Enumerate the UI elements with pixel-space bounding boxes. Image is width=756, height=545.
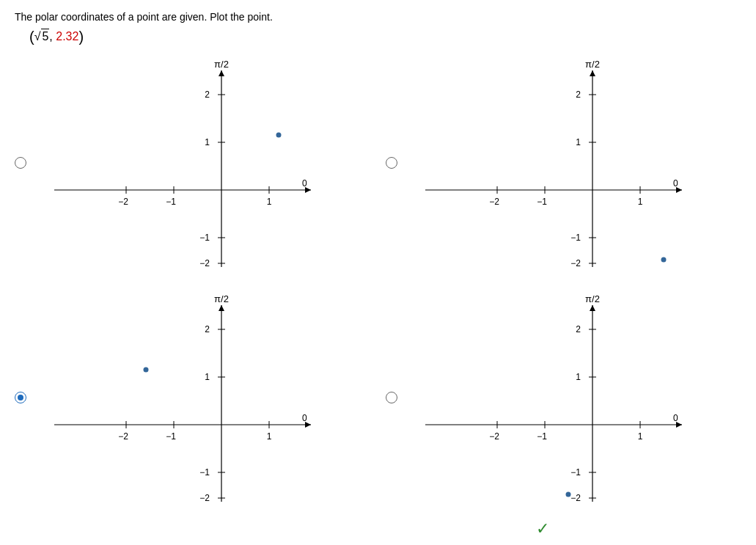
svg-marker-45 xyxy=(219,305,224,311)
graph-option-c: π/2 0 −2 −1 1 2 2 1 −1 xyxy=(15,289,371,538)
svg-text:−1: −1 xyxy=(166,197,176,207)
svg-text:−2: −2 xyxy=(570,493,581,503)
svg-text:−2: −2 xyxy=(118,431,128,442)
graph-d: π/2 0 −2 −1 1 2 2 1 −1 xyxy=(403,289,682,538)
svg-graph-d: π/2 0 −2 −1 1 2 2 1 −1 xyxy=(403,289,682,516)
svg-text:−1: −1 xyxy=(537,197,547,207)
polar-coords-display: (√5, 2.32) xyxy=(29,29,741,45)
graph-a: π/2 0 −2 −1 1 2 xyxy=(32,54,311,282)
svg-marker-67 xyxy=(590,305,595,311)
svg-text:1: 1 xyxy=(576,137,581,147)
graph-option-a: π/2 0 −2 −1 1 2 xyxy=(15,54,371,282)
radio-c[interactable] xyxy=(15,392,26,403)
svg-text:2: 2 xyxy=(576,324,581,334)
svg-text:2: 2 xyxy=(205,324,210,334)
svg-text:0: 0 xyxy=(673,178,678,189)
problem-text: The polar coordinates of a point are giv… xyxy=(15,11,741,23)
svg-text:−1: −1 xyxy=(166,431,176,442)
svg-text:2: 2 xyxy=(576,89,581,100)
svg-text:1: 1 xyxy=(267,431,272,442)
svg-text:1: 1 xyxy=(637,431,642,442)
svg-text:−1: −1 xyxy=(570,467,581,478)
svg-marker-2 xyxy=(219,70,224,76)
svg-graph-a: π/2 0 −2 −1 1 2 xyxy=(32,54,311,282)
point-a xyxy=(276,133,282,138)
radio-a[interactable] xyxy=(15,157,26,169)
graph-b: π/2 0 −2 −1 1 2 2 1 −1 xyxy=(403,54,682,282)
svg-text:π/2: π/2 xyxy=(585,293,600,304)
svg-marker-23 xyxy=(590,70,595,76)
zero-label-a: 0 xyxy=(302,178,307,189)
graph-c: π/2 0 −2 −1 1 2 2 1 −1 xyxy=(32,289,311,516)
radio-d[interactable] xyxy=(386,392,397,403)
graphs-grid: π/2 0 −2 −1 1 2 xyxy=(15,54,741,538)
svg-text:−2: −2 xyxy=(118,197,128,207)
svg-text:1: 1 xyxy=(205,372,210,382)
point-b xyxy=(661,257,666,263)
svg-text:−2: −2 xyxy=(199,493,210,503)
radio-b[interactable] xyxy=(386,157,397,169)
svg-text:1: 1 xyxy=(205,137,210,147)
svg-text:−2: −2 xyxy=(199,258,210,268)
graph-option-b: π/2 0 −2 −1 1 2 2 1 −1 xyxy=(386,54,742,282)
graph-option-d: π/2 0 −2 −1 1 2 2 1 −1 xyxy=(386,289,742,538)
graph-d-check: ✓ xyxy=(536,519,549,538)
svg-text:−2: −2 xyxy=(489,197,499,207)
svg-text:−1: −1 xyxy=(199,233,210,243)
svg-text:−2: −2 xyxy=(570,258,581,268)
svg-text:1: 1 xyxy=(637,197,642,207)
svg-graph-b: π/2 0 −2 −1 1 2 2 1 −1 xyxy=(403,54,682,282)
svg-text:2: 2 xyxy=(205,89,210,100)
svg-graph-c: π/2 0 −2 −1 1 2 2 1 −1 xyxy=(32,289,311,516)
svg-text:−1: −1 xyxy=(199,467,210,478)
svg-text:π/2: π/2 xyxy=(214,293,229,304)
svg-text:−2: −2 xyxy=(489,431,499,442)
svg-text:−1: −1 xyxy=(570,233,581,243)
svg-text:0: 0 xyxy=(302,413,307,423)
point-c xyxy=(144,367,149,373)
svg-text:1: 1 xyxy=(267,197,272,207)
svg-text:−1: −1 xyxy=(537,431,547,442)
pi2-label-a: π/2 xyxy=(214,59,229,70)
svg-text:0: 0 xyxy=(673,413,678,423)
point-d xyxy=(565,492,570,497)
svg-text:1: 1 xyxy=(576,372,581,382)
svg-text:π/2: π/2 xyxy=(585,59,600,70)
